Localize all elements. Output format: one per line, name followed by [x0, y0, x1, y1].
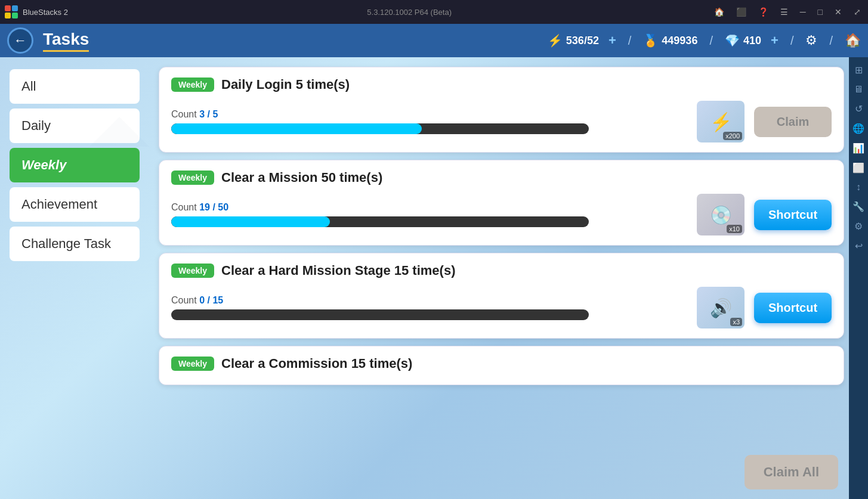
- task-body-1: Count 3 / 5 ⚡ x200 Claim: [171, 101, 832, 142]
- task-card-1: Weekly Daily Login 5 time(s) Count 3 / 5…: [159, 67, 844, 153]
- count-label-3: Count 0 / 15: [171, 295, 687, 306]
- coins-stat: 🏅 449936: [643, 33, 697, 48]
- task-body-2: Count 19 / 50 💿 x10 Shortcut: [171, 194, 832, 235]
- app-logo: [5, 5, 18, 18]
- task-header-1: Weekly Daily Login 5 time(s): [171, 77, 832, 92]
- weekly-badge-1: Weekly: [171, 78, 214, 92]
- energy-value: 536/52: [566, 35, 599, 47]
- home-nav-icon[interactable]: 🏠: [845, 33, 861, 48]
- app-version: 5.3.120.1002 P64 (Beta): [367, 8, 706, 17]
- page-title: Tasks: [43, 30, 89, 52]
- progress-bar-bg-2: [171, 216, 589, 227]
- add-energy-button[interactable]: +: [608, 33, 616, 48]
- task-reward-1: ⚡ x200: [697, 101, 745, 142]
- weekly-badge-3: Weekly: [171, 264, 214, 278]
- expand-icon[interactable]: ⤢: [851, 5, 863, 19]
- reward-count-3: x3: [730, 318, 742, 326]
- task-count-area-2: Count 19 / 50: [171, 202, 687, 227]
- count-label-1: Count 3 / 5: [171, 109, 687, 120]
- count-value-2: 19 / 50: [199, 202, 228, 212]
- menu-icon[interactable]: ☰: [778, 5, 790, 19]
- coins-value: 449936: [662, 35, 697, 47]
- home-title-icon[interactable]: 🏠: [712, 5, 727, 19]
- right-icon-screenshot[interactable]: ⬜: [849, 159, 868, 177]
- back-button[interactable]: ←: [7, 27, 33, 54]
- weekly-badge-4: Weekly: [171, 357, 214, 371]
- right-icon-settings2[interactable]: ⚙: [851, 217, 866, 235]
- progress-bar-fill-2: [171, 216, 330, 227]
- weekly-badge-2: Weekly: [171, 171, 214, 185]
- task-card-4: Weekly Clear a Commission 15 time(s): [159, 346, 844, 385]
- daily-tab-label: Daily: [21, 118, 51, 133]
- right-icon-back[interactable]: ↩: [851, 237, 866, 255]
- claim-button-1[interactable]: Claim: [754, 107, 832, 137]
- coin-icon: 🏅: [643, 33, 658, 48]
- task-title-3: Clear a Hard Mission Stage 15 time(s): [221, 263, 455, 278]
- app-title: BlueStacks 2: [23, 8, 362, 17]
- reward-cd-icon: 💿: [710, 204, 732, 225]
- sidebar-tab-daily[interactable]: Daily: [10, 109, 140, 143]
- count-value-3: 0 / 15: [199, 295, 223, 305]
- task-title-1: Daily Login 5 time(s): [221, 77, 350, 92]
- task-header-3: Weekly Clear a Hard Mission Stage 15 tim…: [171, 263, 832, 278]
- task-action-3: Shortcut: [754, 293, 832, 323]
- sidebar-tab-all[interactable]: All: [10, 69, 140, 104]
- task-reward-2: 💿 x10: [697, 194, 745, 235]
- energy-stat: ⚡ 536/52: [548, 33, 599, 48]
- weekly-tab-label: Weekly: [21, 157, 66, 172]
- reward-lightning-icon: ⚡: [710, 111, 732, 132]
- progress-bar-bg-3: [171, 309, 589, 320]
- right-icon-chart[interactable]: 📊: [849, 139, 868, 157]
- right-icon-monitor[interactable]: 🖥: [850, 80, 867, 98]
- count-value-1: 3 / 5: [199, 109, 218, 119]
- sidebar-tab-achievement[interactable]: Achievement: [10, 187, 140, 222]
- reward-speaker-icon: 🔊: [710, 297, 732, 318]
- right-icon-settings1[interactable]: 🔧: [849, 197, 868, 216]
- task-body-3: Count 0 / 15 🔊 x3 Shortcut: [171, 287, 832, 328]
- right-icon-globe[interactable]: 🌐: [849, 119, 868, 138]
- shortcut-button-2[interactable]: Shortcut: [754, 200, 832, 230]
- title-bar: BlueStacks 2 5.3.120.1002 P64 (Beta) 🏠 ⬛…: [0, 0, 868, 24]
- shortcut-button-3[interactable]: Shortcut: [754, 293, 832, 323]
- minimize-icon[interactable]: ─: [798, 5, 808, 19]
- reward-count-1: x200: [723, 132, 742, 140]
- task-card-2: Weekly Clear a Mission 50 time(s) Count …: [159, 160, 844, 246]
- all-tab-label: All: [21, 79, 36, 94]
- task-header-4: Weekly Clear a Commission 15 time(s): [171, 356, 832, 371]
- sidebar-tab-weekly[interactable]: Weekly: [10, 148, 140, 182]
- task-title-4: Clear a Commission 15 time(s): [221, 356, 412, 371]
- task-action-2: Shortcut: [754, 200, 832, 230]
- right-icon-grid[interactable]: ⊞: [851, 61, 866, 79]
- right-icon-resize[interactable]: ↕: [852, 178, 864, 196]
- gem-icon: 💎: [725, 33, 740, 48]
- progress-bar-fill-1: [171, 123, 422, 134]
- add-gems-button[interactable]: +: [771, 33, 779, 48]
- settings-icon[interactable]: ⚙: [805, 33, 817, 48]
- task-count-area-1: Count 3 / 5: [171, 109, 687, 134]
- reward-count-2: x10: [727, 225, 742, 233]
- close-icon[interactable]: ✕: [832, 5, 844, 19]
- maximize-icon[interactable]: □: [816, 5, 825, 19]
- claim-all-button[interactable]: Claim All: [745, 455, 838, 489]
- sidebar-tab-challenge[interactable]: Challenge Task: [10, 227, 140, 261]
- tasks-content: Weekly Daily Login 5 time(s) Count 3 / 5…: [149, 57, 868, 499]
- layers-icon[interactable]: ⬛: [734, 5, 749, 19]
- left-sidebar: All Daily Weekly Achievement Challenge T…: [0, 57, 149, 499]
- count-label-2: Count 19 / 50: [171, 202, 687, 213]
- gems-value: 410: [743, 35, 761, 47]
- main-area: All Daily Weekly Achievement Challenge T…: [0, 57, 868, 499]
- challenge-tab-label: Challenge Task: [21, 236, 111, 251]
- title-bar-controls: 🏠 ⬛ ❓ ☰ ─ □ ✕ ⤢: [712, 5, 863, 19]
- task-title-2: Clear a Mission 50 time(s): [221, 170, 382, 185]
- task-card-3: Weekly Clear a Hard Mission Stage 15 tim…: [159, 253, 844, 339]
- claim-all-area: Claim All: [745, 455, 838, 489]
- task-reward-3: 🔊 x3: [697, 287, 745, 328]
- task-action-1: Claim: [754, 107, 832, 137]
- right-icon-refresh[interactable]: ↺: [851, 100, 866, 118]
- achievement-tab-label: Achievement: [21, 197, 97, 212]
- help-icon[interactable]: ❓: [756, 5, 771, 19]
- top-nav: ← Tasks ⚡ 536/52 + / 🏅 449936 / 💎 410 + …: [0, 24, 868, 57]
- right-sidebar: ⊞ 🖥 ↺ 🌐 📊 ⬜ ↕ 🔧 ⚙ ↩: [849, 57, 868, 499]
- lightning-icon: ⚡: [548, 33, 563, 48]
- progress-bar-bg-1: [171, 123, 589, 134]
